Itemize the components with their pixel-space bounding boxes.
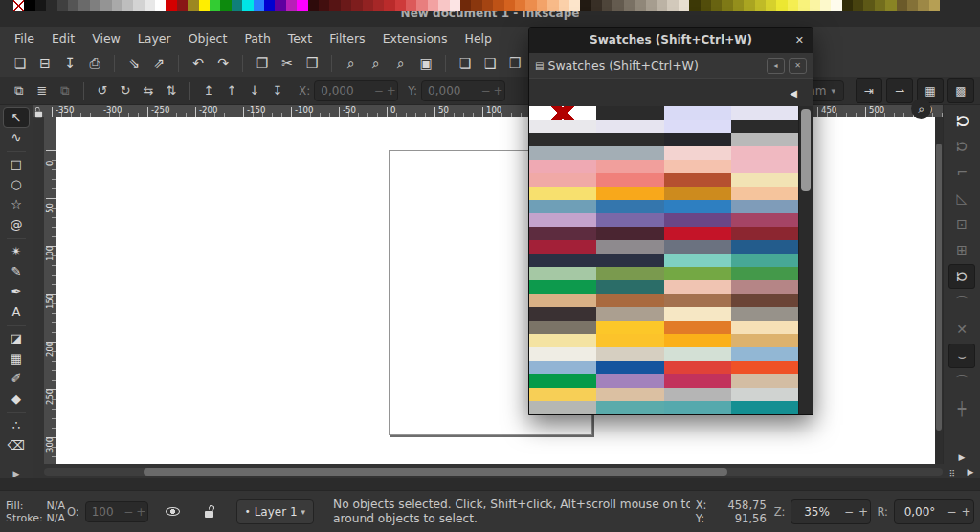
palette-swatch[interactable] [776, 0, 787, 11]
swatch[interactable] [664, 267, 731, 280]
vertical-ruler[interactable]: 050100150200250300 [44, 117, 56, 464]
rotate-cw-button[interactable]: ↻ [114, 79, 137, 102]
layer-visibility-button[interactable] [162, 501, 185, 522]
mesh-tool[interactable]: ▦ [4, 349, 29, 368]
palette-swatch[interactable] [416, 0, 427, 11]
swatch[interactable] [664, 388, 731, 401]
palette-swatch[interactable] [612, 0, 623, 11]
palette-config-button[interactable]: ⠿ [944, 467, 961, 480]
lower-to-bottom-button[interactable]: ↧ [266, 79, 289, 102]
menu-file[interactable]: File [6, 29, 43, 49]
swatch[interactable] [529, 347, 596, 361]
palette-swatch[interactable] [831, 0, 841, 11]
x-coordinate-spinner[interactable]: 0,000 − + [314, 80, 398, 101]
palette-swatch[interactable] [199, 0, 210, 11]
swatch[interactable] [529, 146, 596, 160]
swatch[interactable] [596, 160, 663, 173]
snap-bbox-edge-midpoints-toggle[interactable]: ⊡ [949, 212, 974, 235]
menu-path[interactable]: Path [235, 29, 278, 49]
new-document-button[interactable]: ❏ [9, 52, 32, 75]
palette-swatch[interactable] [657, 0, 667, 11]
zoom-page-button[interactable]: ⌕ [365, 52, 388, 75]
palette-swatch[interactable] [90, 0, 100, 11]
swatch[interactable] [731, 374, 798, 388]
dialog-close-button[interactable]: ✕ [795, 28, 804, 53]
copy-button[interactable]: ❐ [251, 52, 274, 75]
palette-swatch[interactable] [133, 0, 144, 11]
dropper-tool[interactable]: ✐ [4, 369, 29, 388]
swatch[interactable] [596, 294, 663, 307]
swatch[interactable] [731, 227, 798, 240]
swatch[interactable] [596, 146, 663, 160]
rectangle-tool[interactable]: □ [4, 155, 29, 174]
move-patterns-toggle[interactable]: ▩ [947, 78, 974, 103]
palette-swatch[interactable] [515, 0, 525, 11]
x-decrement[interactable]: − [372, 84, 385, 98]
swatch[interactable] [664, 227, 731, 240]
palette-swatch[interactable] [145, 0, 155, 11]
raise-to-top-button[interactable]: ↥ [197, 79, 220, 102]
palette-swatch[interactable] [766, 0, 776, 11]
swatch[interactable] [664, 187, 731, 200]
redo-button[interactable]: ↷ [212, 52, 234, 75]
swatch[interactable] [529, 187, 596, 200]
swatch[interactable] [731, 361, 798, 374]
palette-swatch[interactable] [232, 0, 242, 11]
zoom-drawing-button[interactable]: ⌕ [340, 52, 363, 75]
swatch[interactable] [664, 146, 731, 160]
palette-swatch[interactable] [428, 0, 438, 11]
palette-swatch[interactable] [897, 0, 907, 11]
rotate-ccw-button[interactable]: ↺ [91, 79, 114, 102]
star-tool[interactable]: ☆ [4, 195, 29, 214]
print-button[interactable]: ⎙ [83, 52, 106, 75]
palette-none-swatch[interactable] [13, 0, 24, 11]
flip-vertical-button[interactable]: ⇅ [160, 79, 183, 102]
swatch[interactable] [731, 240, 798, 254]
palette-swatch[interactable] [100, 0, 111, 11]
swatch[interactable] [529, 160, 596, 173]
lower-button[interactable]: ↓ [243, 79, 266, 102]
swatch[interactable] [664, 307, 731, 321]
palette-swatch[interactable] [450, 0, 460, 11]
spiral-tool[interactable]: @ [4, 215, 29, 234]
fill-stroke-indicator[interactable]: Fill:N/A Stroke:N/A [6, 499, 65, 524]
palette-swatch[interactable] [35, 0, 46, 11]
export-button[interactable]: ⇗ [147, 52, 170, 75]
swatch[interactable] [529, 133, 596, 146]
swatch[interactable] [664, 200, 731, 213]
swatch[interactable] [529, 227, 596, 240]
swatch[interactable] [731, 307, 798, 321]
deselect-button[interactable]: ⧉ [54, 79, 77, 102]
selector-tool[interactable]: ↖ [4, 108, 29, 127]
zoom-page-width-button[interactable]: ⌕ [390, 52, 412, 75]
palette-swatch[interactable] [798, 0, 809, 11]
paste-button[interactable]: ❒ [301, 52, 323, 75]
swatch[interactable] [664, 240, 731, 254]
gradient-tool[interactable]: ◪ [4, 329, 29, 348]
palette-swatch[interactable] [504, 0, 515, 11]
scale-stroke-toggle[interactable]: ⇥ [856, 78, 882, 103]
swatch[interactable] [596, 227, 663, 240]
palette-swatch[interactable] [875, 0, 885, 11]
swatch[interactable] [596, 280, 663, 294]
swatch[interactable] [664, 280, 731, 294]
palette-swatch[interactable] [319, 0, 329, 11]
palette-swatch[interactable] [591, 0, 602, 11]
palette-swatch[interactable] [580, 0, 590, 11]
select-all-button[interactable]: ⧉ [8, 79, 31, 102]
pencil-tool[interactable]: ✎ [4, 262, 29, 281]
swatch[interactable] [731, 347, 798, 361]
palette-swatch[interactable] [569, 0, 580, 11]
palette-swatch[interactable] [863, 0, 874, 11]
palette-swatch[interactable] [384, 0, 394, 11]
swatch[interactable] [731, 173, 798, 187]
ellipse-tool[interactable]: ○ [4, 175, 29, 194]
swatch[interactable] [529, 307, 596, 321]
open-document-button[interactable]: ⊟ [33, 52, 56, 75]
palette-swatch[interactable] [220, 0, 231, 11]
tweak-tool[interactable]: ✴ [4, 242, 29, 261]
rotation-decrement[interactable]: − [945, 505, 959, 519]
swatch[interactable] [731, 160, 798, 173]
swatch[interactable] [664, 334, 731, 347]
zoom-spinner[interactable]: 35% − + [791, 499, 871, 524]
